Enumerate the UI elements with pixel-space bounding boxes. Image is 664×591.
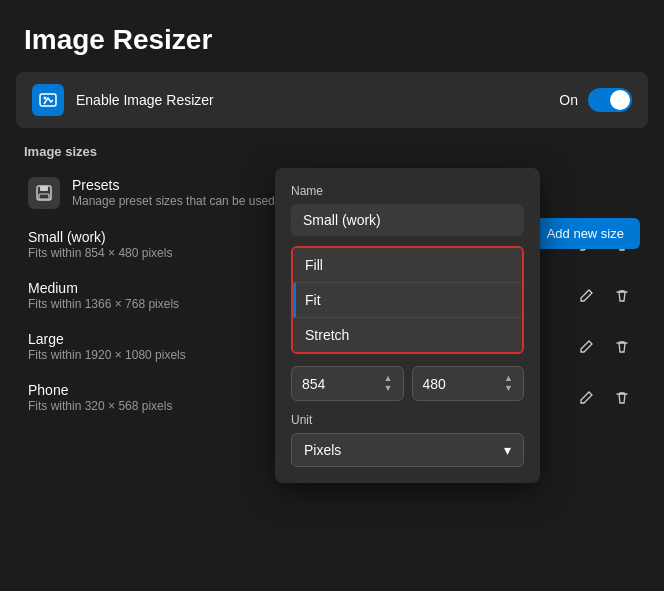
header: Image Resizer xyxy=(0,0,664,72)
page: Image Resizer Enable Image Resizer On Im… xyxy=(0,0,664,591)
unit-label: Unit xyxy=(291,413,524,427)
svg-point-1 xyxy=(44,97,47,100)
image-sizes-label: Image sizes xyxy=(0,128,664,167)
unit-dropdown[interactable]: Pixels ▾ xyxy=(291,433,524,467)
svg-rect-3 xyxy=(40,186,48,191)
svg-rect-4 xyxy=(39,194,49,199)
edit-dropdown: Name Small (work) Fill Fit Stretch 854 ▲… xyxy=(275,168,540,483)
name-input[interactable]: Small (work) xyxy=(291,204,524,236)
fill-option[interactable]: Fill xyxy=(293,248,522,283)
enable-status: On xyxy=(559,92,578,108)
stretch-option[interactable]: Stretch xyxy=(293,318,522,352)
phone-delete-button[interactable] xyxy=(608,384,636,412)
height-up-spinner[interactable]: ▲ xyxy=(504,374,513,383)
add-new-size-button[interactable]: Add new size xyxy=(531,218,640,249)
large-actions xyxy=(572,333,636,361)
trash-icon xyxy=(614,288,630,304)
width-down-spinner[interactable]: ▼ xyxy=(384,384,393,393)
image-resizer-icon xyxy=(38,90,58,110)
add-btn-container: Add new size xyxy=(531,218,640,249)
medium-actions xyxy=(572,282,636,310)
trash-icon xyxy=(614,390,630,406)
svg-rect-0 xyxy=(40,94,56,106)
fit-type-container: Fill Fit Stretch xyxy=(291,246,524,354)
phone-edit-button[interactable] xyxy=(572,384,600,412)
enable-label: Enable Image Resizer xyxy=(76,92,559,108)
save-icon xyxy=(35,184,53,202)
height-input[interactable]: 480 ▲ ▼ xyxy=(412,366,525,401)
large-edit-button[interactable] xyxy=(572,333,600,361)
pencil-icon xyxy=(578,390,594,406)
height-down-spinner[interactable]: ▼ xyxy=(504,384,513,393)
medium-delete-button[interactable] xyxy=(608,282,636,310)
width-up-spinner[interactable]: ▲ xyxy=(384,374,393,383)
page-title: Image Resizer xyxy=(24,24,640,56)
width-input[interactable]: 854 ▲ ▼ xyxy=(291,366,404,401)
trash-icon xyxy=(614,339,630,355)
height-spinners: ▲ ▼ xyxy=(504,374,513,393)
enable-row: Enable Image Resizer On xyxy=(16,72,648,128)
enable-toggle[interactable] xyxy=(588,88,632,112)
dimensions-row: 854 ▲ ▼ 480 ▲ ▼ xyxy=(291,366,524,401)
enable-icon xyxy=(32,84,64,116)
pencil-icon xyxy=(578,288,594,304)
height-value: 480 xyxy=(423,376,446,392)
medium-edit-button[interactable] xyxy=(572,282,600,310)
chevron-down-icon: ▾ xyxy=(504,442,511,458)
phone-actions xyxy=(572,384,636,412)
name-field-label: Name xyxy=(291,184,524,198)
pencil-icon xyxy=(578,339,594,355)
width-spinners: ▲ ▼ xyxy=(384,374,393,393)
unit-value: Pixels xyxy=(304,442,341,458)
large-delete-button[interactable] xyxy=(608,333,636,361)
fit-option[interactable]: Fit xyxy=(293,283,522,318)
presets-icon xyxy=(28,177,60,209)
toggle-knob xyxy=(610,90,630,110)
width-value: 854 xyxy=(302,376,325,392)
